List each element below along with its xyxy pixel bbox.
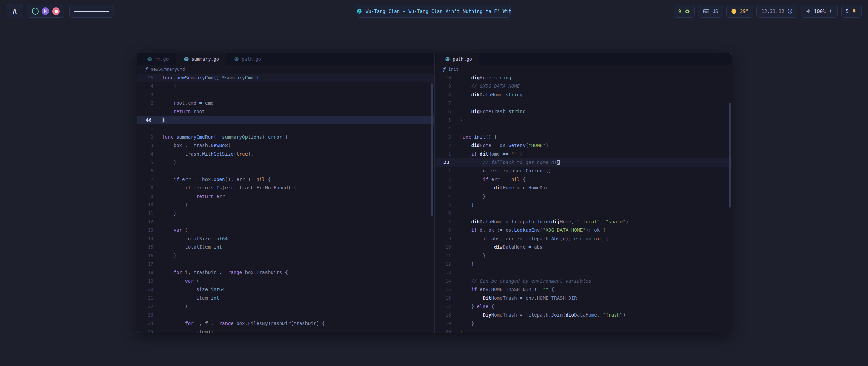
line-number: 15 bbox=[137, 243, 156, 251]
speaker-icon bbox=[806, 8, 811, 14]
line-number: 8 bbox=[435, 90, 454, 99]
code-line[interactable]: 46} bbox=[137, 116, 434, 124]
code-line[interactable]: 7 if err := box.Open(); err != nil { bbox=[137, 175, 434, 184]
line-number: 10 bbox=[435, 243, 454, 251]
scrollbar-right[interactable] bbox=[729, 103, 731, 208]
code-line[interactable]: 20 size int64 bbox=[137, 285, 434, 294]
code-line[interactable]: 12 } bbox=[435, 260, 732, 268]
code-line[interactable]: 23 bbox=[137, 311, 434, 319]
code-line[interactable]: 8 if d, ok := os.LookupEnv("XDG_DATA_HOM… bbox=[435, 226, 732, 235]
code-line[interactable]: 4 } bbox=[137, 82, 434, 90]
code-line[interactable]: 3 bbox=[137, 90, 434, 99]
code-line[interactable]: 1 bbox=[137, 124, 434, 133]
code-line[interactable]: 24 for _, f := range box.FilesByTrashDir… bbox=[137, 319, 434, 328]
eye-icon bbox=[684, 8, 690, 14]
code-area-left[interactable]: 26func newSummaryCmd() *summaryCmd {4 }3… bbox=[137, 74, 434, 333]
code-line[interactable]: 9 // $XDG_DATA_HOME bbox=[435, 82, 732, 90]
code-line[interactable]: 2 didHome = os.Getenv("HOME") bbox=[435, 141, 732, 150]
code-text: if d, ok := os.LookupEnv("XDG_DATA_HOME"… bbox=[454, 226, 606, 235]
code-line[interactable]: 12 bbox=[137, 218, 434, 226]
launcher-icon: Λ bbox=[13, 7, 17, 15]
code-line[interactable]: 22 ) bbox=[137, 302, 434, 311]
keyboard-layout-widget[interactable]: US bbox=[698, 5, 723, 18]
scrollbar-left[interactable] bbox=[431, 83, 433, 216]
music-player-widget[interactable]: Wu-Tang Clan - Wu-Tang Clan Ain't Nuthin… bbox=[357, 5, 511, 18]
tab-path.go[interactable]: path.go bbox=[437, 53, 479, 65]
code-line[interactable]: 18 for i, trashDir := range box.TrashDir… bbox=[137, 268, 434, 277]
code-line[interactable]: 21 item int bbox=[137, 294, 434, 302]
code-line[interactable]: 6 bbox=[137, 167, 434, 175]
code-line[interactable]: 9 return err bbox=[137, 192, 434, 201]
volume-level: 100% bbox=[814, 8, 826, 14]
code-line[interactable]: 4 } bbox=[435, 192, 732, 201]
tab-summary.go[interactable]: summary.go bbox=[176, 53, 226, 65]
code-line[interactable]: 3 box := trash.NewBox( bbox=[137, 141, 434, 150]
code-line[interactable]: 3 difHome = u.HomeDir bbox=[435, 184, 732, 192]
code-line[interactable]: 1 return root bbox=[137, 107, 434, 116]
code-line[interactable]: 19 var ( bbox=[137, 277, 434, 285]
code-text: totalSize int64 bbox=[156, 235, 228, 243]
code-line[interactable]: 13 var ( bbox=[137, 226, 434, 235]
code-line[interactable]: 5 } bbox=[435, 201, 732, 209]
code-text bbox=[156, 124, 162, 133]
code-line[interactable]: 8 if !errors.Is(err, trash.ErrNotFound) … bbox=[137, 184, 434, 192]
code-line[interactable]: 6 DigHomeTrash string bbox=[435, 107, 732, 116]
volume-widget[interactable]: 100% bbox=[801, 5, 838, 18]
code-line[interactable]: 15 totalItem int bbox=[137, 243, 434, 251]
tab-path.go[interactable]: path.go bbox=[226, 53, 269, 65]
line-number: 9 bbox=[137, 192, 156, 201]
code-line[interactable]: 11 } bbox=[137, 209, 434, 218]
code-line[interactable]: 4 bbox=[435, 124, 732, 133]
code-line[interactable]: 10 digHome string bbox=[435, 74, 732, 82]
code-line[interactable]: 17 bbox=[137, 260, 434, 268]
tray-widget[interactable]: N bbox=[27, 5, 64, 18]
code-text: root.cmd = cmd bbox=[156, 99, 214, 107]
clock-widget[interactable]: 12:31:12 bbox=[756, 5, 797, 18]
code-line[interactable]: 2 root.cmd = cmd bbox=[137, 99, 434, 107]
code-text: ) bbox=[156, 302, 188, 311]
code-line[interactable]: 14 // Can be changed by environment vari… bbox=[435, 277, 732, 285]
window-title-widget[interactable] bbox=[69, 5, 114, 18]
tab-rm.go[interactable]: rm.go bbox=[140, 53, 176, 65]
code-area-right[interactable]: 10 digHome string9 // $XDG_DATA_HOME8 di… bbox=[435, 74, 732, 333]
line-number: 21 bbox=[137, 294, 156, 302]
line-number: 7 bbox=[435, 218, 454, 226]
code-line[interactable]: 2 if err == nil { bbox=[435, 175, 732, 184]
code-line[interactable]: 25 item++ bbox=[137, 328, 434, 333]
code-line[interactable]: 3func init() { bbox=[435, 133, 732, 141]
code-line[interactable]: 8 dikDataHome string bbox=[435, 90, 732, 99]
sun-icon bbox=[731, 8, 737, 14]
code-line[interactable]: 16 ) bbox=[137, 251, 434, 260]
launcher-button[interactable]: Λ bbox=[7, 4, 22, 18]
code-line[interactable]: 2func summaryCmdRun(_ summaryOptions) er… bbox=[137, 133, 434, 141]
code-line[interactable]: 4 trash.WithGetSize(true), bbox=[137, 150, 434, 158]
weather-widget[interactable]: 29° bbox=[726, 5, 753, 18]
notifications-widget[interactable]: 5 bbox=[841, 5, 862, 18]
code-line[interactable]: 18 DiyHomeTrash = filepath.Join(dioDataH… bbox=[435, 311, 732, 319]
code-line[interactable]: 1 u, err := user.Current() bbox=[435, 167, 732, 175]
code-line[interactable]: 7 dihDataHome = filepath.Join(dijHome, "… bbox=[435, 218, 732, 226]
code-line[interactable]: 17 } else { bbox=[435, 302, 732, 311]
code-line[interactable]: 6 bbox=[435, 209, 732, 218]
code-line[interactable]: 1 if dilHome == "" { bbox=[435, 150, 732, 158]
code-line[interactable]: 19 } bbox=[435, 319, 732, 328]
code-line[interactable]: 13 bbox=[435, 268, 732, 277]
code-text: } bbox=[156, 82, 176, 90]
code-line[interactable]: 16 DitHomeTrash = env.HOME_TRASH_DIR bbox=[435, 294, 732, 302]
code-line[interactable]: 9 if abs, err := filepath.Abs(d); err ==… bbox=[435, 235, 732, 243]
line-number: 5 bbox=[137, 158, 156, 167]
code-line[interactable]: 14 totalSize int64 bbox=[137, 235, 434, 243]
code-line[interactable]: 5 ) bbox=[137, 158, 434, 167]
code-text: u, err := user.Current() bbox=[454, 167, 551, 175]
code-line[interactable]: 7 bbox=[435, 99, 732, 107]
code-line[interactable]: 10 diwDataHome = abs bbox=[435, 243, 732, 251]
code-line[interactable]: 23 // fallback to get home dia bbox=[435, 158, 732, 167]
code-line[interactable]: 15 if env.HOME_TRASH_DIR != "" { bbox=[435, 285, 732, 294]
context-line[interactable]: 26func newSummaryCmd() *summaryCmd { bbox=[137, 74, 434, 82]
line-number: 1 bbox=[137, 124, 156, 133]
code-line[interactable]: 20} bbox=[435, 328, 732, 333]
code-line[interactable]: 11 } bbox=[435, 251, 732, 260]
screens-widget[interactable]: 9 bbox=[674, 5, 695, 18]
code-line[interactable]: 10 } bbox=[137, 201, 434, 209]
code-line[interactable]: 5} bbox=[435, 116, 732, 124]
